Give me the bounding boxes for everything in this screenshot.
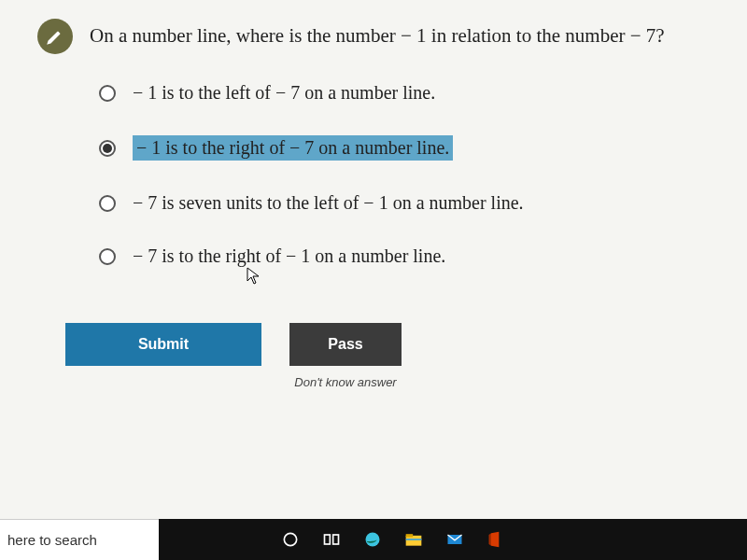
option-label: − 7 is to the right of − 1 on a number l… xyxy=(133,245,445,267)
option-0[interactable]: − 1 is to the left of − 7 on a number li… xyxy=(92,73,719,113)
pencil-icon xyxy=(37,19,73,54)
svg-rect-1 xyxy=(325,535,331,544)
office-icon[interactable] xyxy=(486,529,506,550)
cortana-circle-icon[interactable] xyxy=(280,529,301,550)
taskbar-search[interactable]: here to search xyxy=(0,519,159,560)
task-view-icon[interactable] xyxy=(321,529,342,550)
taskbar: here to search xyxy=(0,519,747,560)
file-explorer-icon[interactable] xyxy=(403,529,424,550)
mail-icon[interactable] xyxy=(444,529,465,550)
option-label: − 1 is to the right of − 7 on a number l… xyxy=(133,135,453,161)
dont-know-label: Don't know answer xyxy=(294,375,396,389)
svg-rect-5 xyxy=(406,534,414,537)
radio-icon xyxy=(99,85,116,102)
option-1[interactable]: − 1 is to the right of − 7 on a number l… xyxy=(92,126,719,170)
submit-button[interactable]: Submit xyxy=(65,323,261,366)
svg-rect-6 xyxy=(406,539,422,540)
question-row: On a number line, where is the number − … xyxy=(37,19,719,54)
pass-group: Pass Don't know answer xyxy=(289,323,402,389)
svg-point-3 xyxy=(366,533,380,547)
option-label: − 1 is to the left of − 7 on a number li… xyxy=(133,82,435,104)
option-3[interactable]: − 7 is to the right of − 1 on a number l… xyxy=(92,236,719,276)
radio-icon xyxy=(99,195,116,212)
radio-icon-selected xyxy=(99,140,116,157)
search-text: here to search xyxy=(7,532,97,548)
question-text: On a number line, where is the number − … xyxy=(90,19,665,48)
option-label: − 7 is seven units to the left of − 1 on… xyxy=(133,192,524,214)
radio-icon xyxy=(99,248,116,265)
option-2[interactable]: − 7 is seven units to the left of − 1 on… xyxy=(92,183,719,223)
pass-button[interactable]: Pass xyxy=(289,323,402,366)
edge-icon[interactable] xyxy=(362,529,383,550)
svg-rect-2 xyxy=(333,535,339,544)
options-group: − 1 is to the left of − 7 on a number li… xyxy=(92,73,719,276)
button-row: Submit Pass Don't know answer xyxy=(65,323,719,389)
svg-point-0 xyxy=(284,533,296,545)
